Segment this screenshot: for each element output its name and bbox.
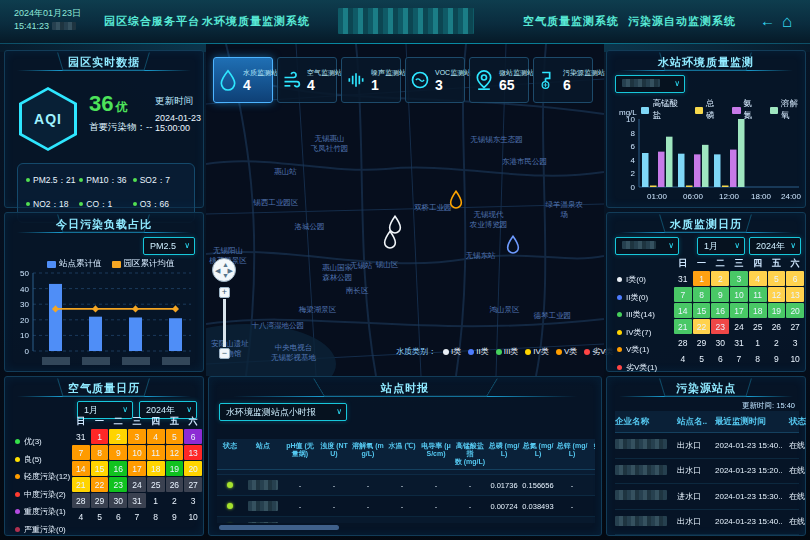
calendar-day[interactable]: 18 — [147, 461, 165, 476]
calendar-day[interactable]: 15 — [91, 461, 109, 476]
calendar-day[interactable]: 18 — [749, 303, 767, 318]
calendar-day[interactable]: 17 — [730, 303, 748, 318]
calendar-day[interactable]: 11 — [749, 287, 767, 302]
home-icon[interactable]: ⌂ — [782, 12, 792, 32]
calendar-day[interactable]: 3 — [786, 335, 804, 350]
calendar-day[interactable]: 9 — [768, 351, 786, 366]
calendar-day[interactable]: 1 — [91, 429, 109, 444]
calendar-day[interactable]: 7 — [674, 287, 692, 302]
nav-water-system[interactable]: 水环境质量监测系统 — [202, 14, 310, 29]
calendar-day[interactable]: 19 — [768, 303, 786, 318]
calendar-day[interactable]: 23 — [711, 319, 729, 334]
calendar-day[interactable]: 3 — [184, 493, 202, 508]
report-table-row[interactable]: ------0.017360.156656-- — [217, 475, 595, 496]
calendar-day[interactable]: 29 — [91, 493, 109, 508]
calendar-day[interactable]: 16 — [711, 303, 729, 318]
pollutant-select[interactable]: PM2.5∨ — [143, 237, 195, 255]
calendar-day[interactable]: 19 — [166, 461, 184, 476]
report-type-select[interactable]: 水环境监测站点小时报∨ — [219, 403, 347, 421]
calendar-day[interactable]: 21 — [72, 477, 90, 492]
calendar-day[interactable]: 30 — [109, 493, 127, 508]
sources-table-row[interactable]: 进水口2024-01-23 15:30..在线 — [615, 484, 799, 510]
calendar-day[interactable]: 8 — [693, 287, 711, 302]
calendar-day[interactable]: 5 — [91, 509, 109, 524]
water-station-marker[interactable] — [448, 190, 464, 210]
calendar-day[interactable]: 2 — [109, 429, 127, 444]
sources-table-row[interactable]: 出水口2024-01-23 15:20..在线 — [615, 459, 799, 485]
calendar-day[interactable]: 1 — [147, 493, 165, 508]
calendar-day[interactable]: 28 — [674, 335, 692, 350]
calendar-day[interactable]: 10 — [730, 287, 748, 302]
station-button-pollution[interactable]: 污染源监测站6 — [533, 57, 593, 103]
calendar-day[interactable]: 13 — [184, 445, 202, 460]
report-table-viewport[interactable]: 状态站点pH值 (无量纲)浊度 (NTU)溶解氧 (mg/L)水温 (℃)电导率… — [217, 439, 595, 523]
calendar-day[interactable]: 8 — [147, 509, 165, 524]
calendar-day[interactable]: 9 — [166, 509, 184, 524]
calendar-day[interactable]: 6 — [786, 271, 804, 286]
calendar-day[interactable]: 24 — [128, 477, 146, 492]
water-station-marker[interactable] — [505, 235, 521, 255]
calendar-day[interactable]: 12 — [768, 287, 786, 302]
sources-table-row[interactable]: 出水口2024-01-23 15:40..在线 — [615, 433, 799, 459]
calendar-day[interactable]: 26 — [166, 477, 184, 492]
calendar-day[interactable]: 7 — [72, 445, 90, 460]
station-button-voc[interactable]: VOC监测站3 — [405, 57, 465, 103]
water-cal-station-select[interactable]: ∨ — [615, 237, 679, 255]
calendar-day[interactable]: 6 — [109, 509, 127, 524]
water-station-marker[interactable] — [382, 230, 398, 250]
calendar-day[interactable]: 10 — [786, 351, 804, 366]
report-horizontal-scrollbar[interactable] — [219, 525, 339, 530]
calendar-day[interactable]: 8 — [91, 445, 109, 460]
calendar-day[interactable]: 17 — [128, 461, 146, 476]
calendar-day[interactable]: 4 — [749, 271, 767, 286]
calendar-day[interactable]: 31 — [128, 493, 146, 508]
calendar-day[interactable]: 1 — [749, 335, 767, 350]
calendar-day[interactable]: 20 — [786, 303, 804, 318]
calendar-day[interactable]: 6 — [711, 351, 729, 366]
calendar-day[interactable]: 10 — [128, 445, 146, 460]
calendar-day[interactable]: 29 — [693, 335, 711, 350]
nav-park-platform[interactable]: 园区综合服务平台 — [104, 14, 200, 29]
calendar-day[interactable]: 25 — [147, 477, 165, 492]
calendar-day[interactable]: 5 — [693, 351, 711, 366]
calendar-day[interactable]: 5 — [768, 271, 786, 286]
station-button-pin[interactable]: 微站监测站65 — [469, 57, 529, 103]
calendar-day[interactable]: 10 — [184, 509, 202, 524]
calendar-day[interactable]: 5 — [166, 429, 184, 444]
station-button-wind[interactable]: 空气监测站4 — [277, 57, 337, 103]
calendar-day[interactable]: 12 — [166, 445, 184, 460]
map-compass-control[interactable]: ▲▼ ◀▶ — [212, 258, 236, 282]
calendar-day[interactable]: 25 — [749, 319, 767, 334]
calendar-day[interactable]: 22 — [693, 319, 711, 334]
calendar-day[interactable]: 27 — [786, 319, 804, 334]
calendar-day[interactable]: 9 — [109, 445, 127, 460]
calendar-day[interactable]: 14 — [674, 303, 692, 318]
nav-air-system[interactable]: 空气质量监测系统 — [523, 14, 619, 29]
sources-table-row[interactable]: 出水口2024-01-23 15:40..在线 — [615, 510, 799, 536]
back-icon[interactable]: ← — [760, 12, 775, 29]
calendar-day[interactable]: 30 — [711, 335, 729, 350]
calendar-day[interactable]: 27 — [184, 477, 202, 492]
calendar-day[interactable]: 7 — [730, 351, 748, 366]
air-calendar-grid[interactable]: 日一二三四五六311234567891011121314151617181920… — [71, 413, 203, 525]
nav-pollution-system[interactable]: 污染源自动监测系统 — [628, 14, 736, 29]
calendar-day[interactable]: 6 — [184, 429, 202, 444]
calendar-day[interactable]: 7 — [128, 509, 146, 524]
water-calendar-grid[interactable]: 日一二三四五六311234567891011121314151617181920… — [673, 255, 805, 367]
calendar-day[interactable]: 4 — [147, 429, 165, 444]
calendar-day[interactable]: 14 — [72, 461, 90, 476]
water-station-select[interactable]: ∨ — [615, 75, 685, 93]
calendar-day[interactable]: 21 — [674, 319, 692, 334]
calendar-day[interactable]: 31 — [730, 335, 748, 350]
calendar-day[interactable]: 11 — [147, 445, 165, 460]
calendar-day[interactable]: 3 — [730, 271, 748, 286]
report-table-row[interactable]: ------0.007240.038493-- — [217, 496, 595, 517]
calendar-day[interactable]: 9 — [711, 287, 729, 302]
calendar-day[interactable]: 4 — [72, 509, 90, 524]
report-table-row[interactable]: 7.9487510.5213.61175.160.005880.002685.5… — [217, 517, 595, 523]
station-button-water-drop[interactable]: 水质监测站4 — [213, 57, 273, 103]
station-button-noise[interactable]: 噪声监测站1 — [341, 57, 401, 103]
zoom-track[interactable] — [223, 299, 226, 347]
calendar-day[interactable]: 22 — [91, 477, 109, 492]
calendar-day[interactable]: 16 — [109, 461, 127, 476]
